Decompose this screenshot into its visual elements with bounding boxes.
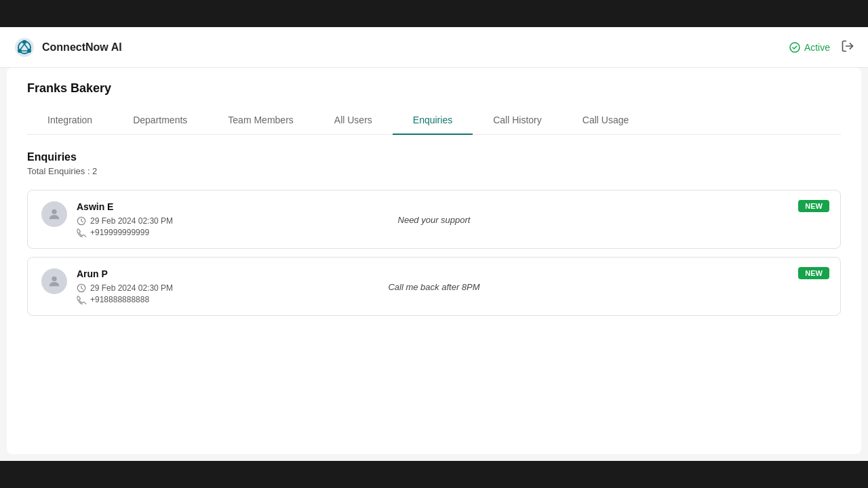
tab-call-usage[interactable]: Call Usage <box>562 106 649 135</box>
datetime-1: 29 Feb 2024 02:30 PM <box>90 216 173 226</box>
content-area: Enquiries Total Enquiries : 2 Aswin E <box>7 135 861 454</box>
new-badge-2: NEW <box>798 267 829 279</box>
svg-point-12 <box>52 277 56 281</box>
tab-enquiries[interactable]: Enquiries <box>393 106 473 135</box>
phone-row-1: +919999999999 <box>77 228 827 237</box>
enquiry-message-1: Need your support <box>398 214 471 224</box>
phone-2: +918888888888 <box>90 295 149 304</box>
logo-icon <box>14 37 35 58</box>
svg-point-10 <box>52 209 56 214</box>
page-header: Franks Bakery Integration Departments Te… <box>7 68 861 135</box>
enquiry-name-2: Arun P <box>77 268 827 279</box>
app-logo: ConnectNow AI <box>14 37 122 58</box>
clock-icon-1 <box>77 216 86 226</box>
clock-icon-2 <box>77 283 86 293</box>
page-title: Franks Bakery <box>27 81 841 96</box>
tabs-container: Integration Departments Team Members All… <box>27 106 841 135</box>
tab-team-members[interactable]: Team Members <box>208 106 313 135</box>
active-label: Active <box>804 42 830 53</box>
app-header: ConnectNow AI Active <box>0 27 868 68</box>
active-status: Active <box>789 42 830 53</box>
enquiry-message-2: Call me back after 8PM <box>388 281 479 291</box>
enquiry-name-1: Aswin E <box>77 201 827 212</box>
tab-integration[interactable]: Integration <box>27 106 113 135</box>
svg-point-2 <box>22 40 26 44</box>
tab-call-history[interactable]: Call History <box>473 106 562 135</box>
enquiry-card-1[interactable]: Aswin E 29 Feb 2024 02:30 PM <box>27 190 841 249</box>
phone-row-2: +918888888888 <box>77 295 827 304</box>
logout-button[interactable] <box>841 39 854 56</box>
main-content: Franks Bakery Integration Departments Te… <box>7 68 861 454</box>
avatar-1 <box>41 201 67 227</box>
header-right: Active <box>789 39 854 56</box>
phone-icon-1 <box>77 228 86 237</box>
datetime-2: 29 Feb 2024 02:30 PM <box>90 283 173 293</box>
tab-departments[interactable]: Departments <box>113 106 208 135</box>
person-icon-2 <box>47 274 62 289</box>
section-title: Enquiries <box>27 151 841 163</box>
new-badge-1: NEW <box>798 200 829 212</box>
tab-all-users[interactable]: All Users <box>314 106 393 135</box>
section-subtitle: Total Enquiries : 2 <box>27 166 841 176</box>
phone-icon-2 <box>77 295 86 304</box>
avatar-2 <box>41 268 67 294</box>
enquiry-card-2[interactable]: Arun P 29 Feb 2024 02:30 PM <box>27 257 841 316</box>
active-check-icon <box>789 42 800 53</box>
app-title: ConnectNow AI <box>42 41 122 54</box>
person-icon-1 <box>47 207 62 222</box>
phone-1: +919999999999 <box>90 228 149 237</box>
